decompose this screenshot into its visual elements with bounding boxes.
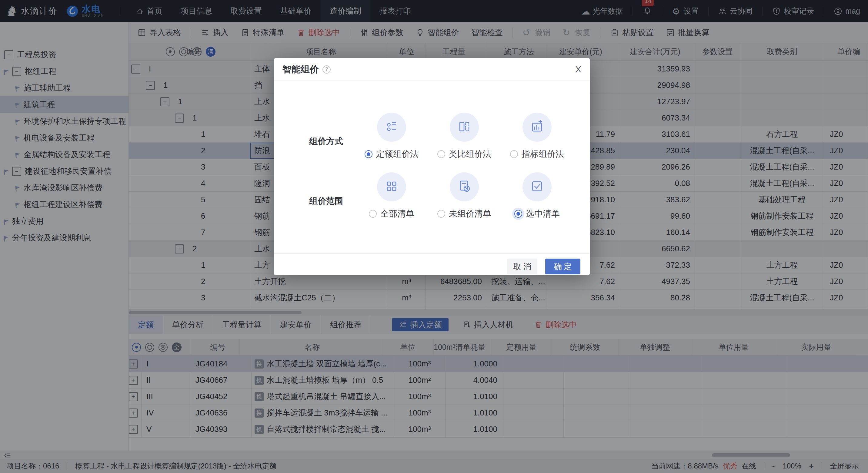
radio-类比组价法[interactable] (437, 150, 445, 158)
option-icon-circle (450, 172, 479, 201)
radio-指标组价法[interactable] (510, 150, 518, 158)
radio-label: 选中清单 (526, 208, 560, 219)
radio-label: 全部清单 (380, 208, 414, 219)
option-radio-row[interactable]: 选中清单 (514, 208, 560, 219)
radio-未组价清单[interactable] (437, 210, 445, 218)
pricing-scope-label: 组价范围 (309, 195, 351, 207)
help-icon[interactable]: ? (322, 65, 331, 74)
compare-icon (457, 119, 472, 135)
option-全部清单: 全部清单 (352, 172, 431, 219)
radio-全部清单[interactable] (369, 210, 377, 218)
radio-选中清单[interactable] (514, 210, 522, 218)
option-icon-circle (523, 172, 552, 201)
pricing-method-label: 组价方式 (309, 136, 351, 147)
nodoc-icon (457, 179, 472, 195)
option-icon-circle (377, 172, 406, 201)
radio-label: 定额组价法 (376, 148, 418, 160)
option-radio-row[interactable]: 类比组价法 (437, 148, 491, 160)
option-radio-row[interactable]: 全部清单 (369, 208, 414, 219)
radio-label: 指标组价法 (522, 148, 564, 160)
cancel-button[interactable]: 取 消 (507, 259, 537, 274)
smart-pricing-dialog: 智能组价 ? X 组价方式 组价范围 定额组价法类比组价法指标组价法全部清单未组… (274, 58, 590, 275)
option-radio-row[interactable]: 指标组价法 (510, 148, 564, 160)
listform-icon (384, 119, 399, 135)
dialog-footer: 取 消 确 定 (274, 254, 590, 275)
option-icon-circle (523, 113, 552, 142)
chartdoc-icon (530, 119, 544, 135)
option-选中清单: 选中清单 (498, 172, 577, 219)
ok-button[interactable]: 确 定 (545, 259, 580, 274)
option-指标组价法: 指标组价法 (498, 113, 577, 160)
option-定额组价法: 定额组价法 (352, 113, 431, 160)
option-radio-row[interactable]: 定额组价法 (365, 148, 418, 160)
checksq-icon (530, 179, 544, 195)
close-icon[interactable]: X (575, 64, 581, 74)
radio-label: 未组价清单 (449, 208, 491, 219)
option-icon-circle (377, 113, 406, 142)
grid4-icon (384, 179, 399, 195)
option-类比组价法: 类比组价法 (425, 113, 504, 160)
option-未组价清单: 未组价清单 (425, 172, 504, 219)
dialog-title: 智能组价 (282, 63, 319, 76)
dialog-header: 智能组价 ? X (274, 58, 590, 81)
app-window: ♞ 水滴计价 水电 SHUI DIAN 首页项目信息取费设置基础单价造价编制报表… (0, 0, 868, 473)
radio-label: 类比组价法 (449, 148, 491, 160)
option-radio-row[interactable]: 未组价清单 (437, 208, 491, 219)
option-icon-circle (450, 113, 479, 142)
radio-定额组价法[interactable] (365, 150, 372, 158)
